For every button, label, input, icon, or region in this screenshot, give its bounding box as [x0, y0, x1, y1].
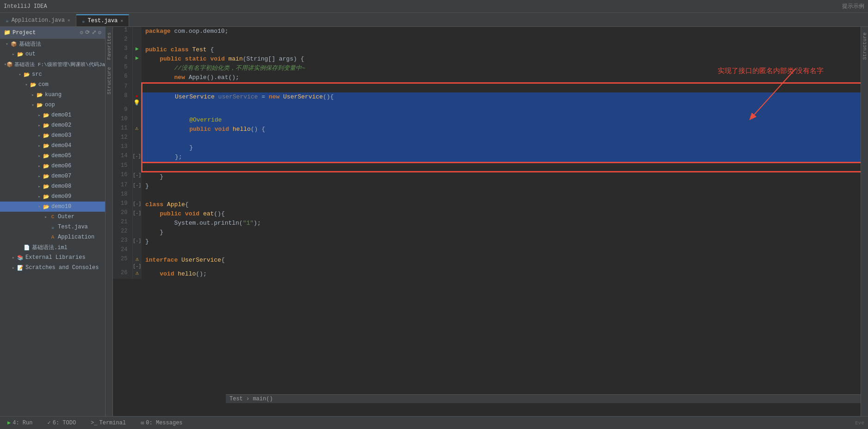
tree-item-scratches[interactable]: ▸ 📝 Scratches and Consoles [0, 263, 105, 273]
fold-icon-14[interactable]: [-] [133, 154, 141, 159]
code-editor[interactable]: 实现了接口的匿名内部类 没有名字 1 package com.oop.demo1… [113, 27, 861, 416]
line-gutter-2 [132, 36, 142, 45]
line-gutter-19: [-] [132, 200, 142, 209]
tab-application[interactable]: ☕ Application.java ✕ [0, 14, 76, 26]
line-content-7[interactable] [142, 83, 861, 92]
line-content-5[interactable]: //没有名字初始化类，不用讲实例保存到变量中~ [142, 64, 861, 73]
line-content-20[interactable]: public void eat(){ [142, 209, 861, 219]
run-gutter-icon-4[interactable]: ▶ [136, 55, 139, 61]
java-file-icon: ☕ [6, 18, 9, 24]
line-gutter-3: ▶ [132, 45, 142, 55]
line-content-6[interactable]: new Apple().eat(); [142, 73, 861, 83]
run-icon: ▶ [7, 419, 11, 426]
line-content-2[interactable] [142, 36, 861, 45]
tree-item-kuang[interactable]: ▸ 📂 kuang [0, 90, 105, 100]
line-content-10[interactable]: @Override [142, 116, 861, 125]
tree-item-demo01[interactable]: ▸📂demo01 [0, 110, 105, 120]
line-num-10: 10 [113, 116, 132, 125]
line-content-18[interactable] [142, 191, 861, 200]
tree-label-extlib: External Libraries [25, 254, 86, 261]
line-content-21[interactable]: System.out.println("1"); [142, 219, 861, 228]
todo-tab-label: 6: TODO [53, 420, 76, 426]
line-num-26: 26 [113, 270, 132, 279]
line-content-1[interactable]: package com.oop.demo10; [142, 27, 861, 36]
line-content-12[interactable] [142, 134, 861, 143]
line-row: 24 [113, 246, 861, 256]
tree-item-root[interactable]: ▾ 📦 基础语法 [0, 39, 105, 49]
tree-item-demo08[interactable]: ▸📂demo08 [0, 181, 105, 191]
line-content-24[interactable] [142, 246, 861, 256]
sidebar-gear-icon[interactable]: ⚙ [98, 29, 101, 36]
tree-arrow-demo07: ▸ [36, 174, 43, 179]
fold-icon-17[interactable]: [-] [133, 183, 141, 188]
tree-item-demo05[interactable]: ▸📂demo05 [0, 151, 105, 161]
line-content-3[interactable]: public class Test { [142, 45, 861, 55]
sidebar-sync-icon[interactable]: ⟳ [85, 29, 90, 36]
line-content-22[interactable]: } [142, 228, 861, 237]
line-row: 9 [113, 106, 861, 116]
line-gutter-11: ⚠ [132, 125, 142, 134]
tab-label-test: Test.java [88, 18, 118, 24]
tree-item-demo06[interactable]: ▸📂demo06 [0, 161, 105, 171]
tree-item-extlib[interactable]: ▸ 📚 External Libraries [0, 252, 105, 263]
tree-item-iml[interactable]: ▸ 📄 基础语法.iml [0, 242, 105, 252]
fold-icon-19[interactable]: [-] [133, 202, 141, 207]
fold-icon-16[interactable]: [-] [133, 173, 141, 178]
line-content-15[interactable] [142, 162, 861, 172]
tree-item-demo03[interactable]: ▸📂demo03 [0, 130, 105, 141]
tree-item-com[interactable]: ▾ 📂 com [0, 80, 105, 90]
messages-tab[interactable]: ✉ 0: Messages [137, 417, 186, 429]
tree-item-jichu[interactable]: ▾ 📦 基础语法 F:\级班管理\网课班\代码Ja [0, 59, 105, 69]
tree-item-testjava[interactable]: ▸ ☕ Test.java [0, 222, 105, 232]
tree-item-outer[interactable]: ▸ C Outer [0, 212, 105, 222]
hint-btn[interactable]: 提示示例 [842, 2, 864, 10]
line-content-23[interactable]: } [142, 237, 861, 246]
line-content-16[interactable]: } [142, 172, 861, 182]
line-row: 26 ⚠ void hello(); [113, 270, 861, 279]
run-tab[interactable]: ▶ 4: Run [4, 417, 36, 429]
status-right: Eve [855, 420, 864, 426]
breakpoint-icon[interactable]: ● [136, 94, 138, 99]
fold-icon-23[interactable]: [-] [133, 239, 141, 244]
line-content-26[interactable]: void hello(); [142, 270, 861, 279]
tree-item-demo09[interactable]: ▸📂demo09 [0, 191, 105, 202]
fold-icon-25[interactable]: [-] [133, 264, 141, 269]
tab-close-test[interactable]: ✕ [120, 18, 123, 24]
tree-item-demo10[interactable]: ▾ 📂 demo10 [0, 202, 105, 212]
line-row: 16 [-] } [113, 172, 861, 182]
line-content-8[interactable]: UserService userService = new UserServic… [142, 92, 861, 106]
tree-item-oop[interactable]: ▾ 📂 oop [0, 100, 105, 110]
tree-item-application[interactable]: ▸ A Application [0, 232, 105, 242]
tree-item-demo04[interactable]: ▸📂demo04 [0, 141, 105, 151]
folder-icon-demo05: 📂 [43, 153, 50, 159]
tree-label-demo03: demo03 [51, 132, 71, 139]
line-content-17[interactable]: } [142, 182, 861, 191]
tree-item-out[interactable]: ▸ 📂 out [0, 49, 105, 59]
line-content-19[interactable]: class Apple{ [142, 200, 861, 209]
run-gutter-icon[interactable]: ▶ [136, 46, 139, 52]
terminal-tab[interactable]: >_ Terminal [87, 417, 130, 429]
line-content-14[interactable]: }; [142, 153, 861, 163]
line-content-13[interactable]: } [142, 143, 861, 153]
structure-tab-left[interactable]: Structure [106, 67, 112, 94]
line-gutter-18 [132, 191, 142, 200]
favorites-tab[interactable]: Favorites [106, 32, 112, 60]
line-content-4[interactable]: public static void main(String[] args) { [142, 55, 861, 64]
line-content-9[interactable] [142, 106, 861, 116]
line-row: 1 package com.oop.demo10; [113, 27, 861, 36]
structure-label[interactable]: Structure [862, 32, 868, 60]
sidebar-expand-icon[interactable]: ⤢ [92, 29, 96, 36]
tab-close-application[interactable]: ✕ [68, 18, 70, 23]
fold-icon-20[interactable]: [-] [133, 211, 141, 216]
sidebar-settings-icon[interactable]: ⚙ [80, 29, 83, 36]
left-tabs: Favorites Structure [105, 27, 113, 416]
line-num-15: 15 [113, 162, 132, 172]
line-content-25[interactable]: interface UserService{ [142, 256, 861, 270]
tab-test[interactable]: ☕ Test.java ✕ [76, 14, 129, 26]
line-content-11[interactable]: public void hello() { [142, 125, 861, 134]
todo-tab[interactable]: ✓ 6: TODO [43, 417, 80, 429]
tree-item-src[interactable]: ▾ 📂 src [0, 69, 105, 80]
tree-item-demo07[interactable]: ▸📂demo07 [0, 171, 105, 181]
tree-label-application: Application [58, 234, 94, 240]
tree-item-demo02[interactable]: ▸📂demo02 [0, 120, 105, 130]
